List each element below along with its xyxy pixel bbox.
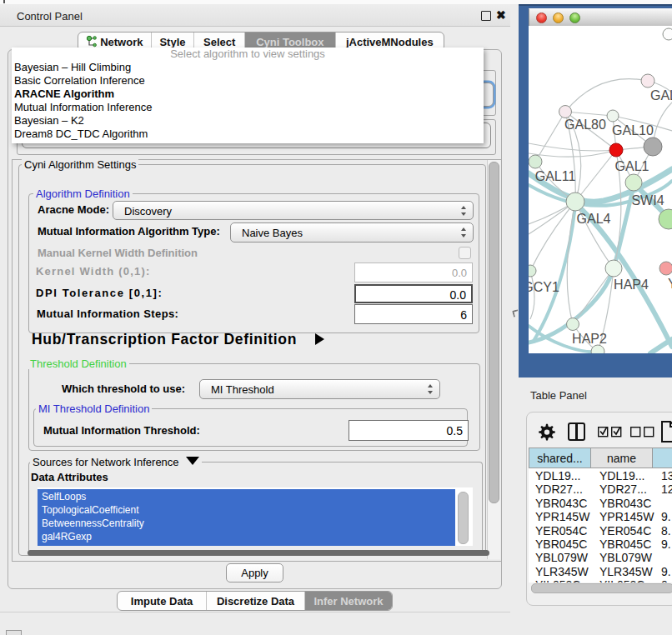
svg-text:GAL4: GAL4 [577,212,611,226]
svg-text:Y: Y [668,277,672,291]
svg-text:GAL80: GAL80 [564,118,606,132]
svg-text:GAL1: GAL1 [615,159,649,173]
svg-text:GCY1: GCY1 [529,280,559,294]
svg-text:GAL: GAL [650,88,672,102]
svg-text:SWI4: SWI4 [631,193,664,208]
svg-text:GAL11: GAL11 [535,169,576,183]
svg-text:HAP2: HAP2 [572,332,607,346]
svg-text:GAL10: GAL10 [612,123,654,138]
svg-text:HAP4: HAP4 [614,278,649,292]
